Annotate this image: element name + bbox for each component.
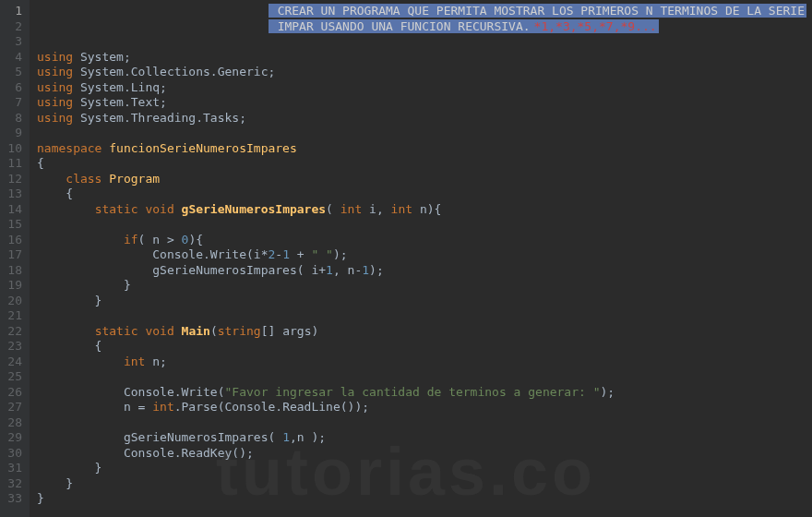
code-line: n = int.Parse(Console.ReadLine());: [37, 400, 812, 415]
code-line: int n;: [37, 355, 812, 370]
line-number: 33: [4, 491, 22, 507]
line-number: 23: [4, 339, 22, 355]
selected-comment-block: CREAR UN PROGRAMA QUE PERMITA MOSTRAR LO…: [269, 4, 806, 34]
comment-line-2b: *1,*3,*5,*7,*9...: [532, 19, 659, 33]
line-number: 20: [4, 294, 22, 309]
code-line: [37, 126, 812, 141]
code-line: static void gSerieNumerosImpares( int i,…: [37, 202, 812, 218]
line-number: 26: [4, 385, 22, 401]
code-line: }: [37, 294, 812, 309]
code-line: }: [37, 491, 812, 507]
code-line: Console.ReadKey();: [37, 446, 812, 462]
code-line: }: [37, 476, 812, 492]
line-number: 7: [4, 95, 22, 111]
line-number: 3: [4, 34, 22, 50]
code-line: [37, 308, 812, 324]
line-number: 12: [4, 172, 22, 187]
line-number: 24: [4, 355, 22, 370]
comment-line-1: CREAR UN PROGRAMA QUE PERMITA MOSTRAR LO…: [269, 4, 806, 18]
code-line: }: [37, 278, 812, 294]
line-number: 28: [4, 415, 22, 431]
code-line: [37, 34, 812, 50]
code-line: using System.Threading.Tasks;: [37, 111, 812, 126]
code-line: using System.Linq;: [37, 80, 812, 96]
line-number: 30: [4, 446, 22, 462]
line-number: 15: [4, 217, 22, 233]
line-number: 21: [4, 308, 22, 324]
code-line: {: [37, 156, 812, 172]
line-number: 11: [4, 156, 22, 172]
code-line: class Program: [37, 172, 812, 187]
code-line: if( n > 0){: [37, 233, 812, 248]
code-line: using System.Text;: [37, 95, 812, 111]
line-number: 6: [4, 80, 22, 96]
code-editor[interactable]: 1234567891011121314151617181920212223242…: [0, 0, 812, 517]
code-line: namespace funcionSerieNumerosImpares: [37, 141, 812, 157]
line-number: 1: [4, 4, 22, 19]
line-number: 25: [4, 369, 22, 385]
code-area[interactable]: CREAR UN PROGRAMA QUE PERMITA MOSTRAR LO…: [30, 0, 812, 517]
code-line: static void Main(string[] args): [37, 324, 812, 340]
code-line: {: [37, 339, 812, 355]
code-line: using System;: [37, 50, 812, 66]
code-line: [37, 369, 812, 385]
line-number: 10: [4, 141, 22, 157]
comment-line-2a: IMPAR USANDO UNA FUNCION RECURSIVA.: [269, 19, 532, 33]
code-line: [37, 415, 812, 431]
line-number: 16: [4, 233, 22, 248]
line-number: 8: [4, 111, 22, 126]
line-number: 4: [4, 50, 22, 66]
code-line: gSerieNumerosImpares( 1,n );: [37, 430, 812, 446]
line-number: 14: [4, 202, 22, 218]
line-number: 22: [4, 324, 22, 340]
line-number: 9: [4, 126, 22, 141]
line-number: 2: [4, 19, 22, 35]
code-line: using System.Collections.Generic;: [37, 65, 812, 80]
line-number: 18: [4, 263, 22, 279]
code-line: Console.Write(i*2-1 + " ");: [37, 247, 812, 263]
line-number: 13: [4, 186, 22, 202]
code-line: Console.Write("Favor ingresar la cantida…: [37, 385, 812, 401]
line-number: 27: [4, 400, 22, 415]
line-number: 31: [4, 461, 22, 476]
line-number: 32: [4, 476, 22, 492]
line-number: 17: [4, 247, 22, 263]
code-line: [37, 217, 812, 233]
code-line: }: [37, 461, 812, 476]
line-number: 19: [4, 278, 22, 294]
line-number: 29: [4, 430, 22, 446]
line-number: 5: [4, 65, 22, 80]
code-line: {: [37, 186, 812, 202]
code-line: gSerieNumerosImpares( i+1, n-1);: [37, 263, 812, 279]
line-number-gutter: 1234567891011121314151617181920212223242…: [0, 0, 30, 517]
